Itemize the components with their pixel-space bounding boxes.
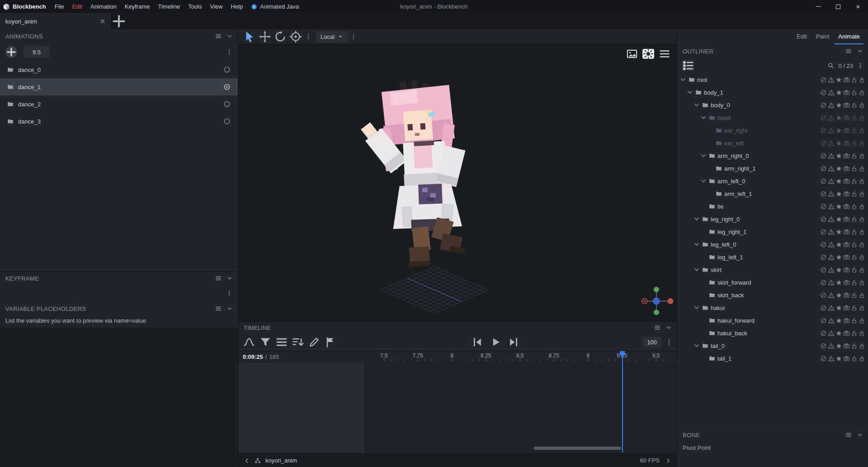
unlock-icon[interactable] [851, 191, 858, 197]
filter-icon[interactable] [259, 336, 272, 348]
camera-icon[interactable] [843, 178, 850, 185]
outliner-node-leg_left_0[interactable]: leg_left_0 [677, 238, 868, 251]
unlock-icon[interactable] [851, 267, 858, 273]
panel-menu-icon[interactable] [654, 324, 660, 331]
unlock-icon[interactable] [851, 140, 858, 147]
alert-icon[interactable] [828, 76, 835, 83]
camera-icon[interactable] [843, 330, 850, 337]
alert-icon[interactable] [828, 330, 835, 337]
screenshot-icon[interactable] [626, 49, 638, 59]
menu-item-timeline[interactable]: Timeline [154, 0, 184, 13]
visibility-icon[interactable] [820, 203, 827, 210]
unlock-icon[interactable] [851, 330, 858, 337]
unlock-icon[interactable] [851, 317, 858, 324]
menu-item-help[interactable]: Help [226, 0, 247, 13]
camera-icon[interactable] [843, 229, 850, 235]
unlock-icon[interactable] [851, 292, 858, 299]
chevron-down-icon[interactable] [693, 102, 700, 108]
lock-icon[interactable] [859, 191, 865, 197]
visibility-icon[interactable] [820, 76, 827, 83]
alert-icon[interactable] [828, 241, 835, 248]
tab-koyori-anim[interactable]: koyori_anim [0, 13, 111, 29]
star-icon[interactable] [835, 216, 842, 223]
lock-icon[interactable] [859, 229, 865, 235]
alert-icon[interactable] [828, 292, 835, 299]
animations-more-icon[interactable] [226, 49, 232, 55]
play-state-empty-icon[interactable] [223, 118, 231, 125]
star-icon[interactable] [835, 203, 842, 210]
outliner-node-head[interactable]: head [677, 111, 868, 124]
outliner-node-skirt_forward[interactable]: skirt_forward [677, 276, 868, 289]
lock-icon[interactable] [859, 241, 865, 248]
outliner-node-arm_right_0[interactable]: arm_right_0 [677, 149, 868, 162]
unlock-icon[interactable] [851, 216, 858, 223]
alert-icon[interactable] [828, 305, 835, 311]
animation-item-dance_1[interactable]: dance_1 [0, 78, 238, 95]
lock-icon[interactable] [859, 317, 865, 324]
camera-icon[interactable] [843, 102, 850, 109]
outliner-node-arm_left_0[interactable]: arm_left_0 [677, 175, 868, 187]
mode-tab-paint[interactable]: Paint [812, 29, 833, 44]
visibility-icon[interactable] [820, 89, 827, 96]
panel-menu-icon[interactable] [215, 275, 222, 281]
visibility-icon[interactable] [820, 305, 827, 311]
lock-icon[interactable] [859, 343, 865, 349]
menu-item-tools[interactable]: Tools [184, 0, 206, 13]
star-icon[interactable] [835, 279, 842, 286]
visibility-icon[interactable] [820, 317, 827, 324]
unlock-icon[interactable] [851, 165, 858, 172]
chevron-down-icon[interactable] [700, 178, 707, 184]
star-icon[interactable] [835, 165, 842, 172]
axis-gizmo[interactable] [642, 287, 674, 315]
tab-close-icon[interactable] [100, 19, 105, 24]
star-icon[interactable] [835, 191, 842, 197]
lock-icon[interactable] [859, 152, 865, 159]
toggle-outliner-view-button[interactable] [682, 60, 694, 71]
alert-icon[interactable] [828, 229, 835, 235]
lock-icon[interactable] [859, 165, 865, 172]
outliner-node-hakui_forward[interactable]: hakui_forward [677, 314, 868, 327]
menu-item-animation[interactable]: Animation [86, 0, 121, 13]
camera-icon[interactable] [843, 140, 850, 147]
alert-icon[interactable] [828, 355, 835, 362]
alert-icon[interactable] [828, 254, 835, 261]
camera-icon[interactable] [843, 203, 850, 210]
lock-icon[interactable] [859, 114, 865, 121]
camera-icon[interactable] [843, 152, 850, 159]
star-icon[interactable] [835, 355, 842, 362]
outliner-node-arm_left_1[interactable]: arm_left_1 [677, 187, 868, 200]
sort-icon[interactable] [292, 336, 304, 348]
outliner-more-icon[interactable] [857, 62, 863, 69]
menu-item-animated-java[interactable]: Animated Java [247, 0, 303, 13]
panel-menu-icon[interactable] [215, 33, 222, 39]
camera-icon[interactable] [843, 343, 850, 349]
alert-icon[interactable] [828, 279, 835, 286]
outliner-node-leg_right_1[interactable]: leg_right_1 [677, 225, 868, 238]
panel-collapse-icon[interactable] [227, 276, 232, 281]
camera-icon[interactable] [843, 114, 850, 121]
animation-item-dance_0[interactable]: dance_0 [0, 61, 238, 78]
visibility-icon[interactable] [820, 355, 827, 362]
star-icon[interactable] [835, 152, 842, 159]
viewport-3d[interactable] [238, 44, 677, 321]
visibility-icon[interactable] [820, 292, 827, 299]
camera-icon[interactable] [843, 317, 850, 324]
visibility-icon[interactable] [820, 191, 827, 197]
outliner-node-arm_right_1[interactable]: arm_right_1 [677, 162, 868, 175]
lock-icon[interactable] [859, 355, 865, 362]
lock-icon[interactable] [859, 254, 865, 261]
star-icon[interactable] [835, 229, 842, 235]
mode-tab-animate[interactable]: Animate [835, 29, 863, 44]
star-icon[interactable] [835, 89, 842, 96]
timeline-scrollbar[interactable] [534, 447, 621, 450]
visibility-icon[interactable] [820, 216, 827, 223]
unlock-icon[interactable] [851, 241, 858, 248]
camera-icon[interactable] [843, 191, 850, 197]
unlock-icon[interactable] [851, 203, 858, 210]
viewport-menu-icon[interactable] [659, 49, 670, 59]
camera-icon[interactable] [843, 305, 850, 311]
unlock-icon[interactable] [851, 254, 858, 261]
star-icon[interactable] [835, 343, 842, 349]
camera-icon[interactable] [843, 76, 850, 83]
star-icon[interactable] [835, 114, 842, 121]
